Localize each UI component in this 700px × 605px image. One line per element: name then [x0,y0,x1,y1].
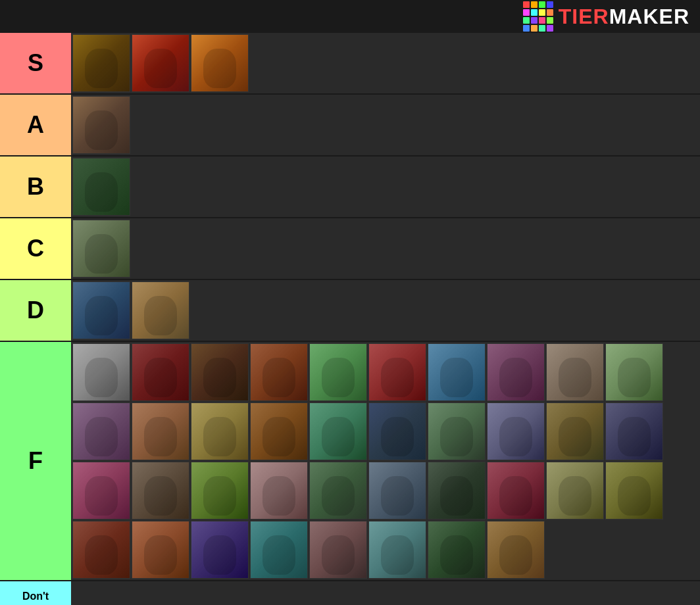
list-item [428,462,486,520]
list-item [72,402,130,460]
list-item [428,402,486,460]
list-item [191,402,249,460]
list-item [72,521,130,579]
f-tier-items [71,342,700,580]
list-item [487,402,545,460]
s-tier-label: S [0,33,71,93]
list-item [368,343,426,401]
list-item [309,402,367,460]
list-item [132,402,189,460]
list-item [309,343,367,401]
list-item [72,96,130,154]
list-item [72,34,130,92]
logo: TiERMAKER [523,1,689,32]
list-item [250,521,308,579]
list-item [132,343,189,401]
list-item [191,521,249,579]
b-tier-row: B [0,157,700,218]
list-item [487,462,545,520]
list-item [546,343,604,401]
list-item [368,521,426,579]
c-tier-items [71,218,700,279]
dont-tier-items [71,581,700,605]
list-item [309,462,367,520]
list-item [487,521,545,579]
list-item [546,462,604,520]
tier-table: S A B C D F [0,33,700,605]
list-item [132,521,189,579]
list-item [132,34,189,92]
dont-tier-row: Don't Remember Them [0,581,700,605]
b-tier-label: B [0,157,71,217]
f-tier-row: F [0,342,700,581]
list-item [250,402,308,460]
list-item [191,462,249,520]
list-item [605,343,663,401]
dont-tier-label: Don't Remember Them [0,581,71,605]
d-tier-label: D [0,280,71,341]
d-tier-row: D [0,280,700,342]
list-item [368,402,426,460]
logo-grid [523,1,553,32]
a-tier-row: A [0,95,700,157]
d-tier-items [71,280,700,341]
list-item [605,402,663,460]
list-item [72,462,130,520]
a-tier-items [71,95,700,155]
s-tier-items [71,33,700,93]
list-item [428,343,486,401]
list-item [132,462,189,520]
list-item [428,521,486,579]
f-tier-label: F [0,342,71,580]
list-item [132,281,189,339]
s-tier-row: S [0,33,700,95]
list-item [191,343,249,401]
a-tier-label: A [0,95,71,155]
list-item [250,462,308,520]
list-item [72,220,130,278]
c-tier-row: C [0,218,700,280]
list-item [191,34,249,92]
logo-text: TiERMAKER [559,5,689,29]
header: TiERMAKER [0,0,700,33]
list-item [250,343,308,401]
list-item [72,158,130,216]
c-tier-label: C [0,218,71,279]
list-item [546,402,604,460]
b-tier-items [71,157,700,217]
list-item [368,462,426,520]
list-item [72,281,130,339]
list-item [309,521,367,579]
list-item [487,343,545,401]
list-item [72,343,130,401]
list-item [605,462,663,520]
logo-tier: TiER [559,5,609,28]
logo-maker: MAKER [609,5,689,28]
